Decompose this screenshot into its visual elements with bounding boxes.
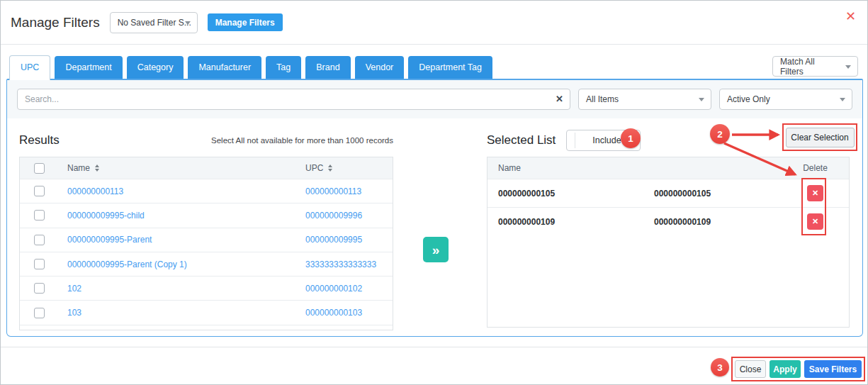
chevron-down-icon [840, 98, 845, 101]
table-row: 000000009995-child 000000009996 [20, 203, 393, 227]
filter-tabs: UPC Department Category Manufacturer Tag… [9, 55, 492, 79]
result-name-link[interactable]: 103 [67, 308, 81, 318]
selected-list-title: Selected List [487, 133, 556, 147]
delete-icon[interactable]: ✕ [807, 185, 823, 201]
results-upc-header[interactable]: UPC [305, 163, 332, 173]
result-upc-link[interactable]: 333333333333333 [305, 260, 376, 269]
selected-table: Name Delete 000000000105 000000000105 ✕ … [487, 157, 850, 328]
clear-search-icon[interactable]: ✕ [556, 94, 563, 104]
row-checkbox[interactable] [34, 308, 45, 318]
selected-upc: 000000000105 [654, 189, 782, 199]
save-filters-button[interactable]: Save Filters [804, 360, 862, 378]
select-all-note: Select All not available for more than 1… [211, 136, 393, 145]
result-upc-link[interactable]: 000000000113 [305, 186, 361, 196]
saved-filter-select-value: No Saved Filter S... [118, 18, 191, 28]
include-button-divider [575, 133, 575, 148]
move-to-selected-button[interactable]: » [423, 237, 449, 262]
chevron-down-icon [845, 65, 851, 69]
result-name-link[interactable]: 000000000113 [67, 186, 123, 196]
upc-tab-panel: ✕ All Items Active Only Results Select A… [6, 79, 863, 337]
table-row: 000000009995-Parent 000000009995 [20, 228, 393, 252]
close-icon[interactable]: ✕ [845, 10, 856, 23]
selected-list-section: Selected List Include Name Delete 000000… [487, 130, 850, 328]
result-upc-link[interactable]: 000000009995 [305, 235, 362, 245]
page-title: Manage Filters [11, 15, 100, 30]
search-band: ✕ All Items Active Only [7, 80, 862, 118]
apply-button[interactable]: Apply [770, 360, 801, 378]
row-checkbox[interactable] [34, 210, 45, 221]
tab-manufacturer[interactable]: Manufacturer [188, 56, 261, 79]
table-row: 000000000109 000000000109 ✕ [487, 207, 849, 235]
row-checkbox[interactable] [34, 235, 45, 245]
select-all-checkbox[interactable] [34, 163, 45, 174]
chevron-down-icon [185, 21, 191, 25]
results-section: Results Select All not available for mor… [19, 130, 393, 330]
result-upc-link[interactable]: 000000000102 [305, 284, 362, 294]
results-title: Results [19, 133, 60, 147]
close-button[interactable]: Close [735, 360, 766, 378]
annotation-box-clear-selection: Clear Selection [782, 123, 857, 151]
selected-delete-header: Delete [782, 163, 849, 173]
annotation-badge-1: 1 [621, 128, 641, 148]
dialog-header: Manage Filters No Saved Filter S... Mana… [1, 1, 867, 45]
chevron-down-icon [699, 98, 704, 101]
search-input[interactable] [17, 89, 570, 110]
results-table: Name UPC 000000000113 000000000113 [19, 157, 393, 330]
table-row: 000000009995-Parent (Copy 1) 33333333333… [20, 252, 393, 276]
result-name-link[interactable]: 000000009995-child [67, 211, 145, 221]
row-checkbox[interactable] [34, 283, 45, 294]
sort-icon [95, 164, 99, 172]
tab-vendor[interactable]: Vendor [355, 56, 405, 79]
tab-upc[interactable]: UPC [9, 55, 50, 80]
all-items-select-value: All Items [586, 94, 619, 104]
delete-icon[interactable]: ✕ [807, 213, 823, 230]
table-row: 102 000000000102 [20, 276, 393, 300]
result-upc-link[interactable]: 000000009996 [305, 211, 362, 221]
table-row: 000000000113 000000000113 [20, 179, 393, 203]
active-only-select-value: Active Only [727, 94, 770, 104]
result-name-link[interactable]: 102 [67, 284, 81, 294]
manage-filters-dialog: Manage Filters No Saved Filter S... Mana… [0, 0, 868, 385]
selected-name: 000000000105 [487, 189, 654, 199]
table-row: 103 000000000103 [20, 300, 393, 324]
table-row: 000000000105 000000000105 ✕ [487, 179, 849, 207]
results-name-header[interactable]: Name [67, 163, 99, 173]
annotation-badge-3: 3 [711, 358, 729, 376]
saved-filter-select[interactable]: No Saved Filter S... [110, 12, 198, 33]
manage-filters-button[interactable]: Manage Filters [208, 13, 283, 31]
result-name-link[interactable]: 000000009995-Parent [67, 235, 152, 245]
all-items-select[interactable]: All Items [578, 89, 711, 110]
match-filters-select[interactable]: Match All Filters [772, 56, 858, 77]
sort-icon [328, 164, 332, 172]
annotation-badge-2: 2 [710, 124, 730, 144]
clear-selection-button[interactable]: Clear Selection [786, 128, 855, 147]
tab-brand[interactable]: Brand [305, 56, 350, 79]
table-row-partial [20, 325, 393, 330]
tab-tag[interactable]: Tag [266, 56, 301, 79]
annotation-box-footer-buttons: Close Apply Save Filters [731, 357, 865, 381]
row-checkbox[interactable] [34, 259, 45, 269]
selected-name-header: Name [487, 163, 654, 173]
tab-department-tag[interactable]: Department Tag [408, 56, 492, 79]
row-checkbox[interactable] [34, 186, 45, 196]
selected-name: 000000000109 [487, 217, 654, 227]
active-only-select[interactable]: Active Only [719, 89, 852, 110]
result-name-link[interactable]: 000000009995-Parent (Copy 1) [67, 260, 187, 269]
tab-department[interactable]: Department [55, 56, 122, 79]
match-filters-select-value: Match All Filters [780, 57, 839, 77]
selected-upc: 000000000109 [654, 217, 782, 227]
tab-category[interactable]: Category [127, 56, 184, 79]
result-upc-link[interactable]: 000000000103 [305, 308, 362, 318]
